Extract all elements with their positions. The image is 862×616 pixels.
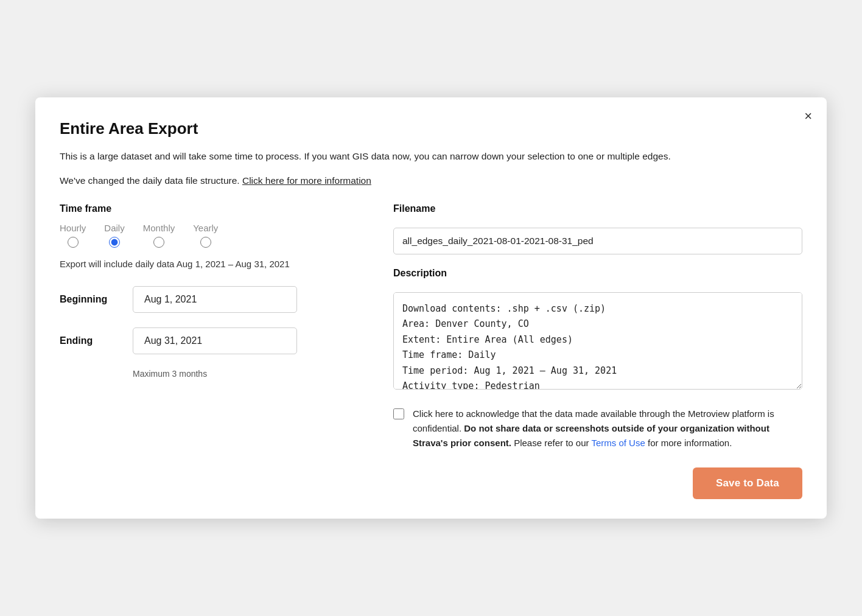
beginning-row: Beginning	[60, 286, 364, 313]
ending-input[interactable]	[133, 327, 297, 354]
daily-label: Daily	[104, 223, 124, 233]
notice-link[interactable]: Click here for more information	[242, 175, 371, 186]
timeframe-option-monthly[interactable]: Monthly	[143, 223, 175, 248]
close-button[interactable]: ×	[804, 110, 812, 123]
save-button[interactable]: Save to Data	[693, 467, 802, 499]
left-column: Time frame Hourly Daily Monthly Yearly	[60, 203, 364, 499]
hourly-label: Hourly	[60, 223, 86, 233]
monthly-label: Monthly	[143, 223, 175, 233]
timeframe-options: Hourly Daily Monthly Yearly	[60, 223, 364, 248]
timeframe-option-hourly[interactable]: Hourly	[60, 223, 86, 248]
export-info: Export will include daily data Aug 1, 20…	[60, 259, 364, 269]
right-column: Filename Description Download contents: …	[393, 203, 802, 499]
ending-row: Ending	[60, 327, 364, 354]
filename-input[interactable]	[393, 228, 802, 254]
hourly-radio[interactable]	[68, 237, 79, 248]
acknowledge-text: Click here to acknowledge that the data …	[413, 407, 802, 450]
modal-footer: Save to Data	[393, 467, 802, 499]
modal-title: Entire Area Export	[60, 119, 802, 138]
timeframe-label: Time frame	[60, 203, 364, 214]
modal-notice: We've changed the daily data file struct…	[60, 175, 802, 186]
filename-label: Filename	[393, 203, 802, 214]
daily-radio[interactable]	[109, 237, 120, 248]
acknowledge-row: Click here to acknowledge that the data …	[393, 407, 802, 450]
max-months: Maximum 3 months	[133, 369, 364, 379]
description-label: Description	[393, 268, 802, 279]
export-modal: × Entire Area Export This is a large dat…	[35, 97, 827, 518]
acknowledge-checkbox[interactable]	[393, 408, 404, 419]
modal-description: This is a large dataset and will take so…	[60, 149, 802, 164]
monthly-radio[interactable]	[153, 237, 164, 248]
beginning-input[interactable]	[133, 286, 297, 313]
description-textarea[interactable]: Download contents: .shp + .csv (.zip) Ar…	[393, 292, 802, 390]
beginning-label: Beginning	[60, 294, 133, 305]
ending-section: Ending Maximum 3 months	[60, 327, 364, 379]
timeframe-option-daily[interactable]: Daily	[104, 223, 124, 248]
yearly-label: Yearly	[193, 223, 218, 233]
ending-label: Ending	[60, 335, 133, 346]
filename-section: Filename	[393, 203, 802, 254]
notice-text: We've changed the daily data file struct…	[60, 175, 240, 186]
terms-of-use-link[interactable]: Terms of Use	[591, 438, 645, 448]
modal-body: Time frame Hourly Daily Monthly Yearly	[60, 203, 802, 499]
acknowledge-text-end: for more information.	[648, 438, 732, 448]
timeframe-option-yearly[interactable]: Yearly	[193, 223, 218, 248]
yearly-radio[interactable]	[200, 237, 211, 248]
description-section: Description Download contents: .shp + .c…	[393, 268, 802, 392]
acknowledge-text-after: Please refer to our	[514, 438, 589, 448]
